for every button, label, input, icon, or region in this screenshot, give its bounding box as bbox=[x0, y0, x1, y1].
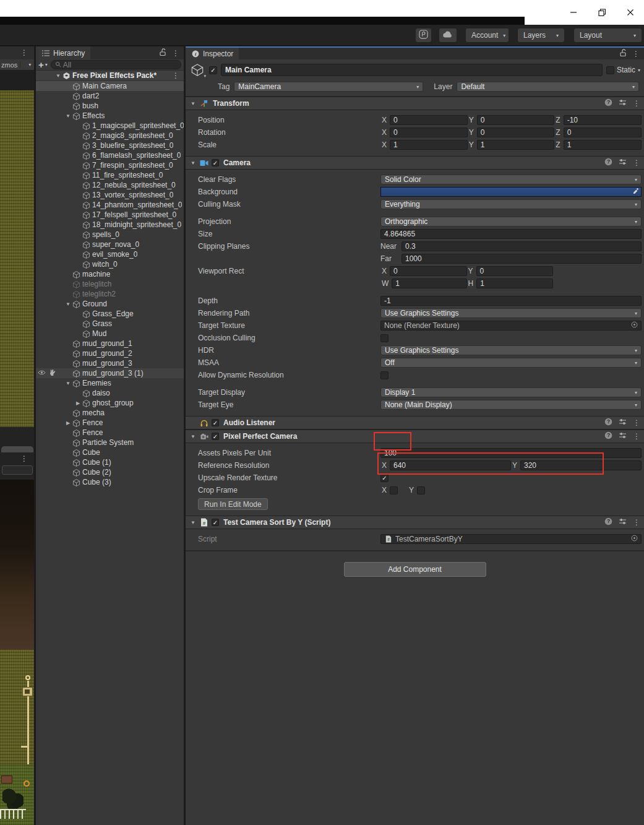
tag-dropdown[interactable]: MainCamera▾ bbox=[234, 82, 423, 92]
component-enabled-checkbox[interactable]: ✓ bbox=[212, 433, 219, 440]
cloud-button[interactable] bbox=[439, 28, 457, 42]
lock-icon[interactable] bbox=[619, 49, 627, 59]
hierarchy-search-input[interactable]: All bbox=[51, 60, 181, 69]
help-icon[interactable]: ? bbox=[604, 418, 612, 428]
text-field[interactable]: 0 bbox=[476, 266, 553, 276]
object-field[interactable]: None (Render Texture) bbox=[380, 321, 642, 330]
layout-dropdown[interactable]: Layout ▾ bbox=[574, 28, 642, 42]
foldout-arrow[interactable]: ▼ bbox=[189, 101, 197, 106]
close-icon[interactable] bbox=[625, 7, 635, 17]
account-dropdown[interactable]: Account ▾ bbox=[466, 28, 509, 42]
hierarchy-item[interactable]: Grass_Edge bbox=[36, 309, 184, 319]
hierarchy-item[interactable]: Mud bbox=[36, 329, 184, 339]
preset-icon[interactable] bbox=[619, 99, 627, 108]
tab-inspector[interactable]: i Inspector bbox=[186, 48, 239, 59]
help-icon[interactable]: ? bbox=[604, 158, 612, 168]
preset-icon[interactable] bbox=[619, 518, 627, 527]
foldout-arrow[interactable]: ▶ bbox=[74, 400, 82, 406]
dropdown[interactable]: Use Graphics Settings▾ bbox=[380, 345, 642, 355]
gameobject-name-field[interactable]: Main Camera bbox=[221, 64, 603, 76]
script-component-header[interactable]: ▼ # ✓ Test Camera Sort By Y (Script) ? ⋮ bbox=[186, 516, 644, 529]
text-field[interactable]: 1 bbox=[476, 279, 553, 288]
hierarchy-item[interactable]: ▼Effects bbox=[36, 111, 184, 121]
text-field[interactable]: 1 bbox=[564, 140, 642, 150]
hierarchy-item[interactable]: 1_magicspell_spritesheet_0 bbox=[36, 121, 184, 131]
hierarchy-item[interactable]: mud_ground_2 bbox=[36, 348, 184, 358]
static-dropdown-icon[interactable]: ▾ bbox=[638, 67, 640, 73]
camera-header[interactable]: ▼ ✓ Camera ? ⋮ bbox=[186, 156, 644, 170]
help-icon[interactable]: ? bbox=[604, 98, 612, 108]
object-picker-icon[interactable] bbox=[631, 535, 638, 543]
hierarchy-item[interactable]: ▼Ground bbox=[36, 299, 184, 309]
hierarchy-item[interactable]: spells_0 bbox=[36, 230, 184, 240]
preset-icon[interactable] bbox=[619, 158, 627, 167]
text-field[interactable]: 0 bbox=[390, 127, 468, 137]
component-enabled-checkbox[interactable]: ✓ bbox=[212, 519, 219, 526]
foldout-arrow[interactable]: ▼ bbox=[64, 113, 72, 119]
kebab-menu-icon[interactable]: ⋮ bbox=[633, 100, 640, 107]
dropdown[interactable]: Everything▾ bbox=[380, 199, 642, 209]
hierarchy-item[interactable]: 6_flamelash_spritesheet_0 bbox=[36, 150, 184, 160]
hierarchy-item[interactable]: teleglitch2 bbox=[36, 289, 184, 299]
add-component-button[interactable]: Add Component bbox=[344, 562, 486, 577]
hierarchy-item[interactable]: 3_bluefire_spritesheet_0 bbox=[36, 140, 184, 150]
kebab-menu-icon[interactable]: ⋮ bbox=[20, 49, 28, 56]
pixel-perfect-camera-header[interactable]: ▼ ✓ Pixel Perfect Camera ? ⋮ bbox=[186, 430, 644, 443]
hierarchy-item[interactable]: evil_smoke_0 bbox=[36, 249, 184, 259]
transform-header[interactable]: ▼ Transform ? ⋮ bbox=[186, 97, 644, 110]
layer-dropdown[interactable]: Default▾ bbox=[457, 82, 639, 92]
foldout-arrow[interactable]: ▶ bbox=[64, 420, 72, 426]
component-enabled-checkbox[interactable]: ✓ bbox=[212, 419, 219, 426]
hierarchy-item[interactable]: 2_magic8_spritesheet_0 bbox=[36, 131, 184, 140]
text-field[interactable]: 0 bbox=[564, 127, 642, 137]
hierarchy-item[interactable]: teleglitch bbox=[36, 279, 184, 289]
hierarchy-item[interactable]: 11_fire_spritesheet_0 bbox=[36, 170, 184, 180]
dropdown[interactable]: Orthographic▾ bbox=[380, 217, 642, 227]
hierarchy-item[interactable]: Grass bbox=[36, 319, 184, 329]
eyedropper-icon[interactable] bbox=[632, 188, 640, 197]
hierarchy-item[interactable]: mud_ground_3 bbox=[36, 358, 184, 368]
hierarchy-item[interactable]: mecha bbox=[36, 408, 184, 418]
object-field[interactable]: #TestCameraSortByY bbox=[380, 534, 642, 544]
hierarchy-item[interactable]: 14_phantom_spritesheet_0 bbox=[36, 200, 184, 210]
text-field[interactable]: 1 bbox=[392, 279, 466, 288]
checkbox[interactable] bbox=[380, 371, 389, 379]
checkbox[interactable]: ✓ bbox=[380, 474, 389, 482]
audio-listener-header[interactable]: ✓ Audio Listener ? ⋮ bbox=[186, 416, 644, 430]
text-field[interactable]: 0 bbox=[477, 115, 555, 125]
static-checkbox[interactable] bbox=[606, 66, 614, 74]
hierarchy-item[interactable]: 13_vortex_spritesheet_0 bbox=[36, 190, 184, 200]
hierarchy-item[interactable]: Cube (1) bbox=[36, 457, 184, 467]
gameobject-cube-icon[interactable]: ▾ bbox=[189, 63, 205, 77]
tab-hierarchy[interactable]: Hierarchy bbox=[36, 46, 90, 59]
lock-icon[interactable] bbox=[159, 48, 166, 58]
preset-icon[interactable] bbox=[619, 418, 627, 427]
hierarchy-item[interactable]: Fence bbox=[36, 428, 184, 438]
text-field[interactable]: 4.864865 bbox=[380, 229, 642, 239]
hierarchy-item[interactable]: mud_ground_1 bbox=[36, 339, 184, 348]
hierarchy-item[interactable]: ▼Enemies bbox=[36, 378, 184, 388]
dropdown[interactable]: None (Main Display)▾ bbox=[380, 400, 642, 410]
foldout-arrow[interactable]: ▼ bbox=[189, 434, 197, 439]
hierarchy-item[interactable]: machine bbox=[36, 269, 184, 279]
kebab-menu-icon[interactable]: ⋮ bbox=[172, 50, 179, 57]
hierarchy-item[interactable]: witch_0 bbox=[36, 259, 184, 269]
dropdown[interactable]: Use Graphics Settings▾ bbox=[380, 308, 642, 318]
hierarchy-item[interactable]: 7_firespin_spritesheet_0 bbox=[36, 160, 184, 170]
checkbox[interactable] bbox=[380, 334, 389, 342]
color-swatch[interactable] bbox=[380, 187, 642, 197]
kebab-menu-icon[interactable]: ⋮ bbox=[172, 72, 184, 79]
text-field[interactable]: -10 bbox=[564, 115, 642, 125]
hierarchy-item[interactable]: Particle System bbox=[36, 438, 184, 447]
hierarchy-item[interactable]: Cube (3) bbox=[36, 477, 184, 487]
hierarchy-item[interactable]: bush bbox=[36, 101, 184, 111]
enabled-checkbox[interactable]: ✓ bbox=[209, 66, 217, 74]
kebab-menu-icon[interactable]: ⋮ bbox=[20, 455, 28, 462]
hierarchy-item[interactable]: Cube bbox=[36, 447, 184, 457]
restore-button[interactable] bbox=[597, 7, 607, 17]
kebab-menu-icon[interactable]: ⋮ bbox=[633, 519, 640, 526]
run-in-edit-mode-button[interactable]: Run In Edit Mode bbox=[198, 498, 268, 510]
hierarchy-item[interactable]: ▶Fence bbox=[36, 418, 184, 428]
create-button[interactable]: +▾ bbox=[38, 60, 48, 69]
foldout-arrow[interactable]: ▼ bbox=[64, 381, 72, 386]
